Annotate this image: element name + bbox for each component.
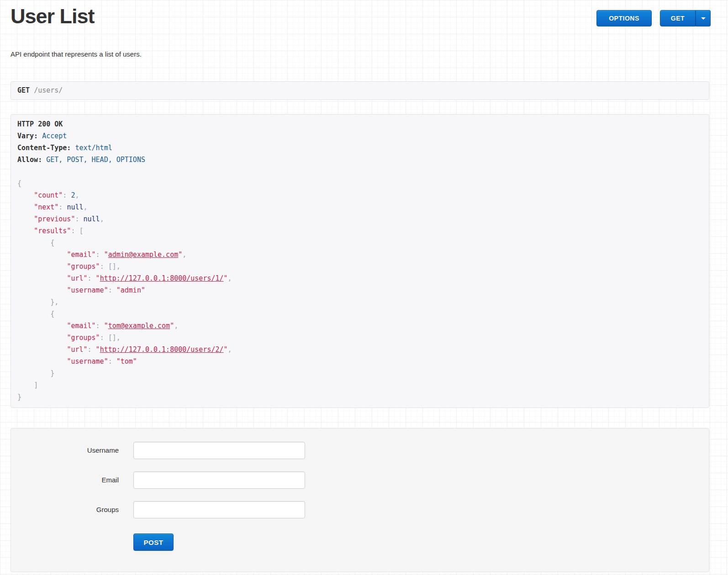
user-url-link[interactable]: http://127.0.0.1:8000/users/1/ bbox=[100, 274, 224, 282]
form-row-username: Username bbox=[11, 442, 709, 459]
form-row-email: Email bbox=[11, 471, 709, 489]
username-label: Username bbox=[11, 442, 119, 459]
options-button[interactable]: OPTIONS bbox=[596, 10, 652, 26]
get-button-group: GET bbox=[660, 10, 711, 26]
request-method: GET bbox=[17, 86, 30, 94]
toolbar: OPTIONS GET bbox=[596, 10, 711, 26]
groups-field[interactable] bbox=[133, 501, 305, 518]
email-label: Email bbox=[11, 471, 119, 489]
request-bar: GET /users/ bbox=[11, 81, 709, 100]
chevron-down-icon bbox=[701, 17, 706, 20]
user-url-link[interactable]: http://127.0.0.1:8000/users/2/ bbox=[100, 345, 224, 354]
page-title: User List bbox=[11, 5, 95, 28]
response-panel: HTTP 200 OK Vary: Accept Content-Type: t… bbox=[11, 114, 709, 408]
post-button[interactable]: POST bbox=[133, 533, 174, 551]
page: { "page": { "title": "User List", "descr… bbox=[0, 0, 728, 575]
request-path: /users/ bbox=[34, 86, 63, 94]
email-field[interactable] bbox=[133, 471, 305, 489]
user-email-link[interactable]: admin@example.com bbox=[108, 251, 179, 259]
form-actions: POST bbox=[133, 533, 709, 551]
endpoint-description: API endpoint that represents a list of u… bbox=[11, 50, 142, 58]
get-format-dropdown-button[interactable] bbox=[696, 10, 711, 26]
user-email-link[interactable]: tom@example.com bbox=[108, 322, 170, 330]
groups-label: Groups bbox=[11, 501, 119, 518]
get-button[interactable]: GET bbox=[660, 10, 696, 26]
username-field[interactable] bbox=[133, 442, 305, 459]
form-row-groups: Groups bbox=[11, 501, 709, 518]
post-form: Username Email Groups POST bbox=[11, 428, 709, 572]
